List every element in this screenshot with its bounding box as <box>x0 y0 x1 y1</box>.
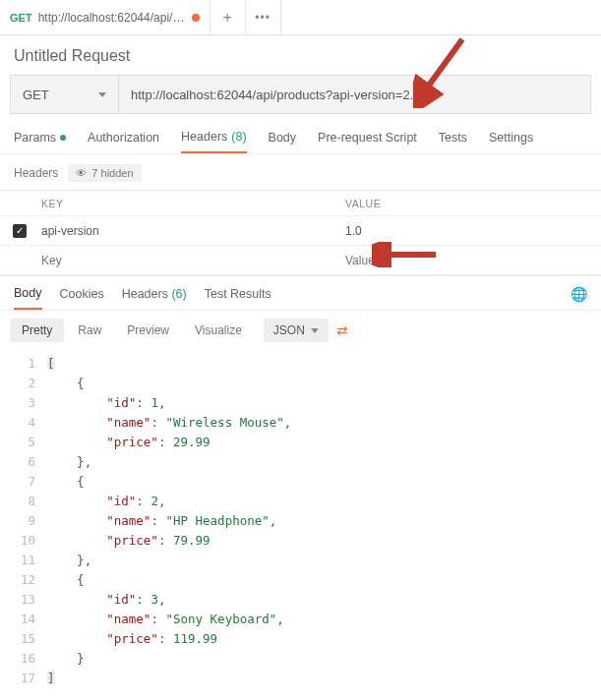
http-method-select[interactable]: GET <box>11 76 119 113</box>
view-preview-button[interactable]: Preview <box>115 319 181 342</box>
tab-overflow-button[interactable]: ••• <box>246 0 281 34</box>
line-number: 11 <box>6 551 47 570</box>
line-number: 7 <box>6 472 47 492</box>
format-select[interactable]: JSON <box>264 319 329 342</box>
unsaved-dot-icon <box>192 14 200 22</box>
line-number: 3 <box>6 393 47 413</box>
tab-headers-label: Headers <box>181 130 227 144</box>
tab-params[interactable]: Params <box>14 130 66 153</box>
view-visualize-button[interactable]: Visualize <box>183 319 254 342</box>
line-number: 4 <box>6 413 47 433</box>
line-number: 1 <box>6 354 47 374</box>
tab-tests[interactable]: Tests <box>439 130 467 153</box>
header-value-input[interactable] <box>345 224 601 238</box>
tab-headers[interactable]: Headers (8) <box>181 130 247 153</box>
line-number: 6 <box>6 452 47 472</box>
header-row-checkbox[interactable]: ✓ <box>13 224 27 238</box>
response-tab-headers-label: Headers <box>122 287 168 301</box>
response-tab-testresults[interactable]: Test Results <box>205 287 271 309</box>
line-number: 17 <box>6 669 47 688</box>
tab-settings[interactable]: Settings <box>489 130 533 153</box>
http-method-label: GET <box>23 88 49 102</box>
tab-params-label: Params <box>14 131 56 145</box>
hidden-headers-toggle[interactable]: 👁 7 hidden <box>68 164 141 182</box>
line-number: 9 <box>6 511 47 531</box>
tab-body[interactable]: Body <box>269 130 297 153</box>
hidden-count-label: 7 hidden <box>91 167 133 179</box>
line-number: 10 <box>6 531 47 551</box>
response-headers-count: (6) <box>171 287 186 301</box>
request-tab[interactable]: GET http://localhost:62044/api/prod... <box>0 0 210 34</box>
tab-method: GET <box>10 12 32 24</box>
line-number: 13 <box>6 590 47 610</box>
line-number: 5 <box>6 433 47 452</box>
eye-icon: 👁 <box>76 167 87 179</box>
request-title[interactable]: Untitled Request <box>0 35 601 75</box>
globe-icon[interactable]: 🌐 <box>571 286 587 302</box>
chevron-down-icon <box>98 92 106 97</box>
tab-authorization[interactable]: Authorization <box>88 130 159 153</box>
chevron-down-icon <box>311 328 319 333</box>
tab-title: http://localhost:62044/api/prod... <box>38 11 186 25</box>
header-col-key: KEY <box>39 198 339 209</box>
params-indicator-icon <box>60 135 66 141</box>
line-number: 8 <box>6 492 47 511</box>
view-raw-button[interactable]: Raw <box>66 319 113 342</box>
format-select-label: JSON <box>273 323 305 337</box>
new-tab-button[interactable]: + <box>210 0 246 34</box>
header-row-empty <box>0 246 601 275</box>
header-value-placeholder[interactable] <box>345 254 601 267</box>
line-number: 2 <box>6 374 47 393</box>
response-tab-body[interactable]: Body <box>14 286 42 310</box>
url-input[interactable] <box>119 76 590 113</box>
response-tab-cookies[interactable]: Cookies <box>60 287 104 309</box>
header-col-value: VALUE <box>339 198 601 209</box>
line-number: 12 <box>6 570 47 590</box>
header-row: ✓ <box>0 216 601 246</box>
wrap-lines-button[interactable]: ⇄ <box>331 319 354 342</box>
response-tab-headers[interactable]: Headers (6) <box>122 287 187 309</box>
tab-prerequest[interactable]: Pre-request Script <box>318 130 417 153</box>
response-body[interactable]: 1[ 2 { 3 "id": 1, 4 "name": "Wireless Mo… <box>0 350 601 688</box>
line-number: 14 <box>6 610 47 629</box>
header-key-placeholder[interactable] <box>41 254 339 267</box>
view-pretty-button[interactable]: Pretty <box>10 319 64 342</box>
line-number: 15 <box>6 629 47 649</box>
header-key-input[interactable] <box>41 224 339 238</box>
line-number: 16 <box>6 649 47 669</box>
headers-count: (8) <box>231 130 246 144</box>
headers-subtitle: Headers <box>14 166 58 180</box>
